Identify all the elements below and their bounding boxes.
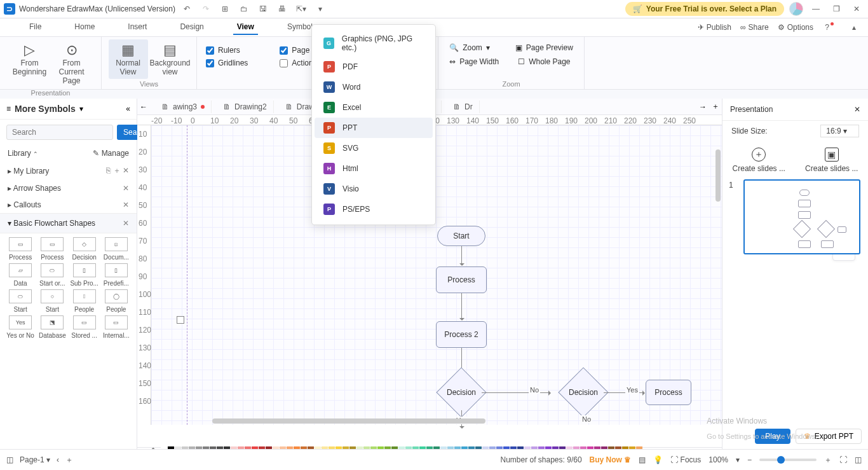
rulers-checkbox[interactable]: Rulers: [206, 46, 248, 55]
export-item-word[interactable]: WWord: [315, 77, 433, 97]
from-beginning-button[interactable]: ▷From Beginning: [10, 39, 50, 79]
arrow-shapes-item[interactable]: ▸ Arrow Shapes✕: [0, 180, 137, 197]
shape-process2[interactable]: Process 2: [436, 321, 487, 348]
shape-thumb[interactable]: 𖠋People: [69, 289, 100, 313]
shape-thumb[interactable]: YesYes or No: [5, 315, 36, 339]
export-item-graphics-png-jpg-etc-[interactable]: GGraphics (PNG, JPG etc.): [315, 30, 433, 57]
doc-tab[interactable]: 🗎Drawing2: [217, 100, 274, 113]
shape-thumb[interactable]: ▭Process: [5, 237, 36, 261]
shape-thumb[interactable]: ⎅Docum...: [101, 237, 132, 261]
close-right-panel-button[interactable]: ✕: [854, 105, 860, 114]
manage-button[interactable]: ✎ Manage: [93, 149, 129, 158]
collapse-left-button[interactable]: «: [126, 104, 130, 113]
menu-home[interactable]: Home: [71, 20, 98, 35]
doc-tab[interactable]: 🗎awing3: [155, 100, 212, 113]
outline-toggle[interactable]: ◫: [6, 455, 13, 464]
shape-process[interactable]: Process: [436, 266, 487, 293]
maximize-button[interactable]: ❐: [829, 1, 844, 17]
fullscreen-button[interactable]: ◫: [855, 455, 862, 464]
connector[interactable]: [461, 293, 462, 320]
tab-add-button[interactable]: ＋: [712, 101, 719, 112]
shape-thumb[interactable]: ◇Decision: [69, 237, 100, 261]
zoom-button[interactable]: 🔍Zoom▾: [449, 43, 490, 52]
export-item-visio[interactable]: VVisio: [315, 179, 433, 199]
zoom-slider[interactable]: [759, 459, 817, 461]
shape-start[interactable]: Start: [437, 226, 485, 246]
shape-thumb[interactable]: ◯People: [101, 289, 132, 313]
export-item-ppt[interactable]: PPPT: [315, 118, 433, 138]
page-add-button[interactable]: ＋: [65, 455, 73, 466]
open-button[interactable]: 🗀: [236, 1, 252, 17]
collapse-ribbon-button[interactable]: ▴: [846, 20, 862, 35]
from-current-button[interactable]: ⊙From Current Page: [52, 39, 92, 88]
shape-thumb[interactable]: ▭Internal...: [101, 315, 132, 339]
library-toggle[interactable]: Library ⌃: [8, 149, 38, 158]
print-button[interactable]: 🖶: [275, 1, 290, 17]
layers-button[interactable]: ▤: [639, 455, 646, 464]
export-item-svg[interactable]: SSVG: [315, 138, 433, 158]
page-selector[interactable]: Page-1 ▾: [20, 455, 50, 464]
shape-process3[interactable]: Process: [646, 380, 691, 405]
zoom-value[interactable]: 100%: [709, 455, 728, 464]
basic-flowchart-category[interactable]: ▾ Basic Flowchart Shapes✕: [0, 213, 137, 233]
gridlines-checkbox[interactable]: Gridlines: [206, 59, 248, 67]
focus-button[interactable]: ⛶ Focus: [670, 455, 701, 464]
shape-thumb[interactable]: ▯Predefi...: [101, 263, 132, 287]
undo-button[interactable]: ↶: [179, 1, 194, 17]
guide-handle[interactable]: [177, 316, 184, 324]
guide-line[interactable]: [187, 125, 187, 425]
trial-badge[interactable]: 🛒 Your Free Trial is over. Select a Plan: [625, 2, 784, 16]
shape-thumb[interactable]: ▯Sub Pro...: [69, 263, 100, 287]
search-input[interactable]: [6, 125, 113, 140]
create-slides-add-button[interactable]: ＋Create slides ...: [722, 148, 796, 173]
shape-thumb[interactable]: ▭Process: [37, 237, 67, 261]
export-item-html[interactable]: HHtml: [315, 158, 433, 179]
more-qat-button[interactable]: ▾: [313, 1, 328, 17]
shape-thumb[interactable]: ⬭Start or...: [37, 263, 67, 287]
canvas[interactable]: Start Process Process 2 Decision Yes No …: [151, 125, 722, 425]
shape-thumb[interactable]: ○Start: [37, 289, 67, 313]
export-item-pdf[interactable]: PPDF: [315, 57, 433, 77]
zoom-out-button[interactable]: −: [747, 455, 752, 464]
slide-size-select[interactable]: 16:9 ▾: [820, 125, 859, 137]
export-item-ps-eps[interactable]: PPS/EPS: [315, 199, 433, 219]
share-button[interactable]: ∞Share: [740, 20, 769, 35]
more-symbols-label[interactable]: More Symbols: [15, 104, 76, 114]
new-button[interactable]: ⊞: [217, 1, 233, 17]
user-avatar[interactable]: [789, 2, 803, 16]
doc-tab[interactable]: 🗎Dr: [447, 100, 480, 113]
publish-button[interactable]: ✈Publish: [698, 20, 731, 35]
minimize-button[interactable]: —: [808, 1, 824, 17]
shape-thumb[interactable]: ⬭Start: [5, 289, 36, 313]
create-slides-auto-button[interactable]: ▣Create slides ...: [796, 148, 869, 173]
shape-decision2[interactable]: Decision: [558, 367, 608, 417]
menu-view[interactable]: View: [233, 20, 258, 35]
page-prev-button[interactable]: ‹: [57, 455, 59, 464]
export-item-excel[interactable]: EExcel: [315, 97, 433, 118]
menu-insert[interactable]: Insert: [124, 20, 151, 35]
shape-thumb[interactable]: ▱Data: [5, 263, 36, 287]
normal-view-button[interactable]: ▦Normal View: [109, 39, 148, 79]
page-width-button[interactable]: ⇔Page Width: [449, 57, 499, 66]
shape-thumb[interactable]: ⬔Database: [37, 315, 67, 339]
page-preview-button[interactable]: ▣Page Preview: [515, 43, 573, 52]
tab-prev-button[interactable]: ←: [140, 102, 147, 111]
fit-page-button[interactable]: ⛶: [839, 455, 847, 464]
background-view-button[interactable]: ▤Background view: [151, 39, 190, 79]
callouts-item[interactable]: ▸ Callouts✕: [0, 197, 137, 213]
tips-button[interactable]: 💡: [653, 455, 663, 464]
options-button[interactable]: ⚙Options: [778, 20, 813, 35]
export-button[interactable]: ⇱▾: [294, 1, 309, 17]
buy-now-link[interactable]: Buy Now ♛: [590, 455, 632, 464]
whole-page-button[interactable]: ☐Whole Page: [518, 57, 570, 66]
connector[interactable]: [461, 246, 462, 265]
save-button[interactable]: 🖫: [255, 1, 271, 17]
redo-button[interactable]: ↷: [198, 1, 214, 17]
scrollbar-vertical[interactable]: [715, 149, 721, 202]
my-library-item[interactable]: ▸ My Library ⎘ ＋ ✕: [0, 162, 137, 180]
shape-thumb[interactable]: ▭Stored ...: [69, 315, 100, 339]
close-button[interactable]: ✕: [849, 1, 864, 17]
menu-design[interactable]: Design: [176, 20, 207, 35]
tab-next-button[interactable]: →: [699, 102, 707, 111]
slide-thumbnail[interactable]: [743, 179, 860, 254]
